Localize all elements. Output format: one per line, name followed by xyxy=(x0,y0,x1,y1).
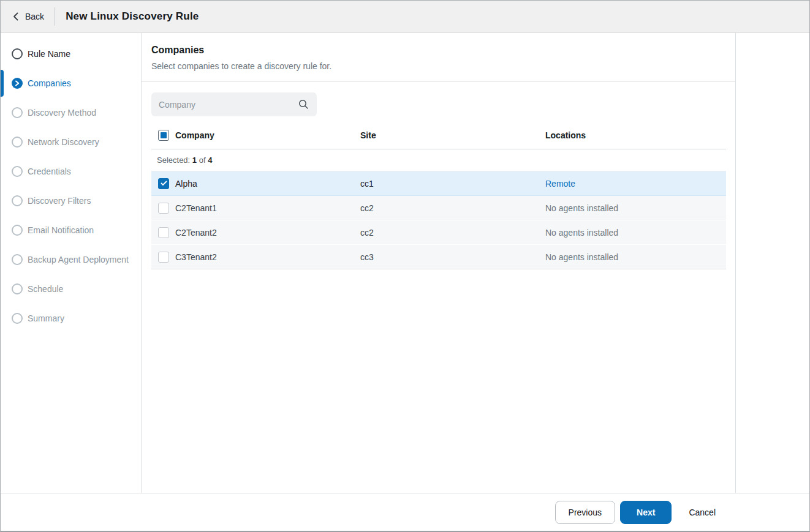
locations-status: No agents installed xyxy=(545,228,618,238)
company-name: C3Tenant2 xyxy=(175,252,217,262)
sidebar-item-schedule[interactable]: Schedule xyxy=(1,274,141,304)
chevron-right-circle-icon xyxy=(12,78,23,89)
step-circle-icon xyxy=(12,107,23,118)
sidebar-item-rule-name[interactable]: Rule Name xyxy=(1,39,141,69)
table-header-row: Company Site Locations xyxy=(151,122,726,149)
sidebar-item-network-discovery[interactable]: Network Discovery xyxy=(1,127,141,157)
company-search-input[interactable] xyxy=(151,92,317,116)
step-label: Email Notification xyxy=(28,225,94,235)
step-label: Companies xyxy=(28,78,71,88)
step-circle-icon xyxy=(12,48,23,59)
locations-status: No agents installed xyxy=(545,203,618,213)
step-label: Discovery Method xyxy=(28,108,96,118)
site-name: cc2 xyxy=(360,228,374,238)
step-circle-icon xyxy=(12,195,23,206)
header-divider xyxy=(55,7,55,26)
checkmark-icon xyxy=(161,181,167,186)
page-title: New Linux Discovery Rule xyxy=(66,10,199,23)
column-header-locations: Locations xyxy=(545,130,726,140)
section-title: Companies xyxy=(151,45,725,56)
company-name: Alpha xyxy=(175,179,197,189)
new-linux-discovery-rule-window: Back New Linux Discovery Rule Rule Name … xyxy=(0,0,810,532)
table-row[interactable]: Alpha cc1 Remote xyxy=(151,171,726,196)
wizard-steps-sidebar: Rule Name Companies Discovery Method Net… xyxy=(1,33,142,493)
site-name: cc3 xyxy=(360,252,374,262)
site-name: cc2 xyxy=(360,203,374,213)
sidebar-item-discovery-filters[interactable]: Discovery Filters xyxy=(1,186,141,215)
step-label: Discovery Filters xyxy=(28,196,91,206)
step-label: Schedule xyxy=(28,284,63,294)
sidebar-item-email-notification[interactable]: Email Notification xyxy=(1,215,141,245)
back-label: Back xyxy=(25,12,44,21)
section-header: Companies Select companies to create a d… xyxy=(142,33,735,82)
sidebar-item-summary[interactable]: Summary xyxy=(1,304,141,333)
company-name: C2Tenant2 xyxy=(175,228,217,238)
row-checkbox[interactable] xyxy=(158,252,169,263)
previous-button[interactable]: Previous xyxy=(555,501,615,524)
wizard-footer: Previous Next Cancel xyxy=(1,493,809,531)
step-circle-icon xyxy=(12,254,23,265)
step-circle-icon xyxy=(12,283,23,294)
locations-link[interactable]: Remote xyxy=(545,179,575,189)
step-circle-icon xyxy=(12,137,23,148)
companies-step-panel: Companies Select companies to create a d… xyxy=(142,33,736,493)
table-row[interactable]: C3Tenant2 cc3 No agents installed xyxy=(151,245,726,269)
back-button[interactable]: Back xyxy=(13,12,44,21)
sidebar-item-companies[interactable]: Companies xyxy=(1,69,141,98)
chevron-left-icon xyxy=(13,12,18,21)
locations-status: No agents installed xyxy=(545,252,618,262)
search-icon xyxy=(298,99,309,110)
next-button[interactable]: Next xyxy=(620,501,672,524)
selected-count-summary: Selected: 1 of 4 xyxy=(151,149,726,171)
table-row[interactable]: C2Tenant1 cc2 No agents installed xyxy=(151,196,726,220)
step-label: Network Discovery xyxy=(28,137,99,147)
row-checkbox[interactable] xyxy=(158,203,169,214)
window-header: Back New Linux Discovery Rule xyxy=(1,1,809,33)
companies-table: Company Site Locations Selected: 1 of 4 xyxy=(151,122,726,269)
sidebar-item-discovery-method[interactable]: Discovery Method xyxy=(1,98,141,127)
company-name: C2Tenant1 xyxy=(175,203,217,213)
row-checkbox[interactable] xyxy=(158,178,169,189)
row-checkbox[interactable] xyxy=(158,227,169,238)
step-label: Rule Name xyxy=(28,49,70,59)
company-search-box xyxy=(151,92,317,116)
right-gutter xyxy=(736,33,809,493)
selected-count: 1 xyxy=(192,155,197,165)
selected-total: 4 xyxy=(208,155,212,165)
section-subtitle: Select companies to create a discovery r… xyxy=(151,61,725,71)
table-row[interactable]: C2Tenant2 cc2 No agents installed xyxy=(151,220,726,245)
sidebar-item-credentials[interactable]: Credentials xyxy=(1,157,141,186)
select-all-checkbox[interactable] xyxy=(158,130,169,141)
cancel-button[interactable]: Cancel xyxy=(679,501,725,524)
sidebar-item-backup-agent-deployment[interactable]: Backup Agent Deployment xyxy=(1,245,141,274)
column-header-site: Site xyxy=(360,130,545,140)
step-circle-icon xyxy=(12,313,23,324)
step-label: Backup Agent Deployment xyxy=(28,255,129,264)
step-label: Credentials xyxy=(28,167,71,176)
column-header-company: Company xyxy=(175,130,360,140)
site-name: cc1 xyxy=(360,179,374,189)
step-circle-icon xyxy=(12,225,23,236)
indeterminate-mark-icon xyxy=(161,132,167,138)
step-label: Summary xyxy=(28,313,64,323)
step-circle-icon xyxy=(12,166,23,177)
